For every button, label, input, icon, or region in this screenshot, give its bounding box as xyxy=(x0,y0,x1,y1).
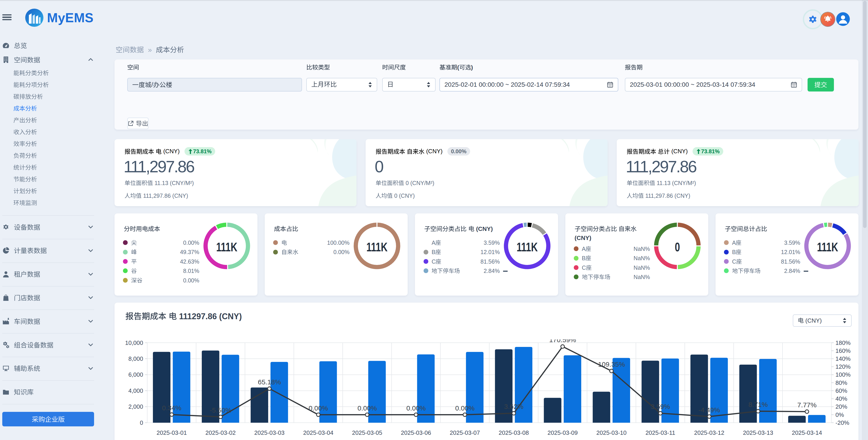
svg-text:6,000: 6,000 xyxy=(128,371,143,378)
svg-text:60%: 60% xyxy=(836,387,847,394)
svg-text:2025-03-11: 2025-03-11 xyxy=(646,429,675,436)
svg-text:0: 0 xyxy=(140,419,143,426)
svg-text:7.77%: 7.77% xyxy=(797,401,817,409)
svg-text:80%: 80% xyxy=(836,379,847,386)
svg-text:120%: 120% xyxy=(836,363,851,370)
svg-text:2025-03-06: 2025-03-06 xyxy=(401,429,431,436)
svg-text:109.35%: 109.35% xyxy=(598,361,625,368)
svg-text:4,000: 4,000 xyxy=(128,387,143,394)
svg-text:3.59%: 3.59% xyxy=(651,403,670,410)
svg-text:-4.49%: -4.49% xyxy=(699,406,720,414)
svg-text:0.34%: 0.34% xyxy=(162,404,181,412)
svg-text:2025-03-07: 2025-03-07 xyxy=(450,429,480,436)
svg-text:2025-03-01: 2025-03-01 xyxy=(157,429,187,436)
svg-text:65.18%: 65.18% xyxy=(258,378,281,386)
svg-text:8.71%: 8.71% xyxy=(748,401,768,408)
svg-text:-5.50%: -5.50% xyxy=(210,406,231,414)
svg-text:2025-03-05: 2025-03-05 xyxy=(352,429,382,436)
svg-text:160%: 160% xyxy=(836,347,851,354)
svg-text:140%: 140% xyxy=(836,355,851,362)
svg-text:2,000: 2,000 xyxy=(128,403,143,410)
svg-text:2025-03-10: 2025-03-10 xyxy=(596,429,627,436)
svg-text:0%: 0% xyxy=(836,411,844,418)
svg-text:2025-03-14: 2025-03-14 xyxy=(792,429,822,436)
svg-text:100%: 100% xyxy=(836,371,851,378)
svg-text:2025-03-04: 2025-03-04 xyxy=(303,429,333,436)
svg-text:180%: 180% xyxy=(836,339,851,346)
svg-text:170.59%: 170.59% xyxy=(549,339,576,343)
svg-text:0.00%: 0.00% xyxy=(309,404,328,412)
svg-text:-20%: -20% xyxy=(836,419,849,426)
svg-text:40%: 40% xyxy=(836,395,847,402)
svg-text:20%: 20% xyxy=(836,403,847,410)
svg-text:2025-03-12: 2025-03-12 xyxy=(694,429,724,436)
svg-text:2025-03-03: 2025-03-03 xyxy=(254,429,284,436)
svg-text:10,000: 10,000 xyxy=(125,339,143,346)
svg-text:2025-03-02: 2025-03-02 xyxy=(206,429,236,436)
svg-text:3.62%: 3.62% xyxy=(504,403,523,410)
svg-text:0.00%: 0.00% xyxy=(358,404,377,412)
svg-text:8,000: 8,000 xyxy=(128,355,143,362)
svg-text:2025-03-13: 2025-03-13 xyxy=(743,429,773,436)
svg-text:0.00%: 0.00% xyxy=(406,404,426,412)
svg-text:2025-03-09: 2025-03-09 xyxy=(548,429,578,436)
svg-text:0.00%: 0.00% xyxy=(455,404,474,412)
svg-text:2025-03-08: 2025-03-08 xyxy=(499,429,529,436)
